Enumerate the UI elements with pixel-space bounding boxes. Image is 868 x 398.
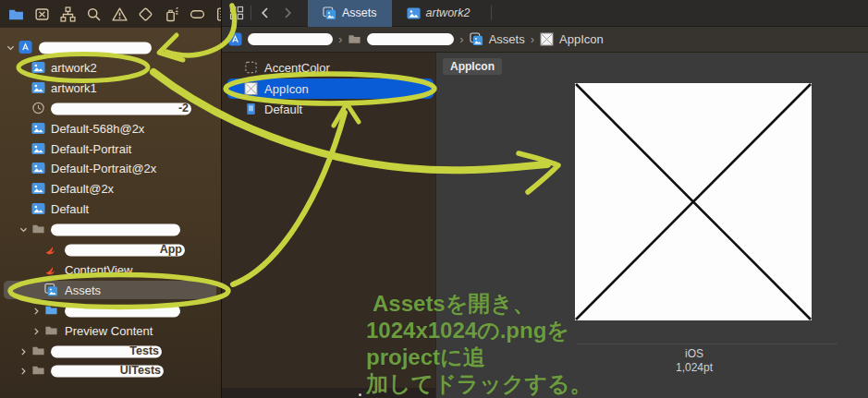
slot-size: 1,024pt [619, 361, 769, 375]
sidebar-item-artwork2[interactable]: artwork2 [0, 57, 221, 78]
tab-assets[interactable]: Assets [308, 0, 392, 27]
sidebar-item-redacted-15[interactable]: Tests [0, 341, 221, 361]
filter-dot-icon [359, 393, 361, 396]
assets-icon [470, 32, 483, 46]
sidebar-item-preview-content[interactable]: Preview Content [0, 320, 221, 341]
folder-icon [44, 324, 58, 338]
forward-button[interactable] [280, 6, 295, 20]
breadcrumb-separator: › [531, 32, 534, 46]
image-icon [31, 162, 45, 175]
caption-line-1: Assetsを開き、 [366, 290, 593, 317]
image-icon [31, 122, 45, 136]
breadcrumb-separator: › [338, 32, 342, 46]
sidebar-item-default-2x[interactable]: Default@2x [0, 178, 221, 199]
test-navigator-diamond-icon[interactable] [138, 6, 153, 22]
default-img-icon [244, 103, 258, 116]
source-control-x-square-icon[interactable] [34, 6, 50, 22]
issue-navigator-warning-icon[interactable] [112, 6, 128, 22]
tab-overview-grid-icon[interactable] [229, 6, 244, 20]
accentcolor-icon [244, 61, 258, 75]
tab-label: Assets [342, 6, 377, 19]
sidebar-item-redacted-3[interactable]: -2 [0, 98, 221, 118]
folder-icon [31, 344, 45, 358]
sidebar-item-default[interactable]: Default [0, 199, 221, 219]
navigator-toolbar [0, 0, 221, 28]
item-label: artwork2 [51, 61, 97, 75]
project-navigator-folder-icon[interactable] [8, 6, 24, 22]
caption-line-3: projectに追 [366, 344, 593, 370]
assets-icon [44, 283, 58, 297]
item-label: Default-Portrait [51, 142, 131, 156]
disclosure-right-icon[interactable] [31, 326, 42, 336]
selected-row-highlight [227, 78, 434, 99]
disclosure-right-icon[interactable] [18, 366, 29, 376]
redacted-label: Tests [51, 344, 162, 357]
item-label: Default-Portrait@2x [51, 162, 156, 175]
find-navigator-search-icon[interactable] [86, 6, 102, 22]
image-icon [31, 202, 45, 216]
folder-icon [348, 32, 361, 46]
asset-item-accentcolor[interactable]: AccentColor [222, 57, 435, 78]
redacted-label [51, 222, 180, 235]
sidebar-item-redacted-9[interactable] [0, 219, 221, 239]
app-project-icon [18, 41, 32, 54]
redacted-label [248, 33, 333, 45]
disclosure-right-icon[interactable] [18, 346, 29, 356]
asset-label: AccentColor [264, 61, 330, 75]
app-project-icon [228, 32, 242, 46]
breadcrumb-item-redacted-0[interactable] [228, 32, 333, 46]
image-icon [31, 61, 45, 75]
item-label: Preview Content [65, 324, 153, 338]
breadcrumb-item-appicon[interactable]: AppIcon [540, 32, 604, 46]
image-icon [31, 142, 45, 156]
breadcrumb-separator: › [459, 32, 463, 46]
placeholder-x-icon [575, 83, 812, 320]
item-label: Default-568h@2x [51, 122, 144, 136]
debug-navigator-spray-icon[interactable] [164, 6, 179, 22]
item-label: Default@2x [51, 182, 114, 196]
folder-icon [31, 364, 45, 378]
swift-icon [44, 263, 58, 277]
item-label: ContentView [65, 263, 132, 277]
sidebar-item-contentview[interactable]: ContentView [0, 259, 221, 280]
annotation-caption: Assetsを開き、1024x1024の.pngをprojectに追加してドラッ… [366, 290, 593, 397]
disclosure-down-icon[interactable] [18, 224, 29, 235]
sidebar-item-default-portrait[interactable]: Default-Portrait [0, 139, 221, 159]
sidebar-item-redacted-16[interactable]: UITests [0, 360, 221, 380]
appicon-empty-slot[interactable] [575, 83, 812, 320]
back-button[interactable] [258, 6, 273, 20]
symbol-navigator-icon[interactable] [60, 6, 76, 22]
crumb-label: Assets [489, 32, 525, 46]
folder-blue-icon [44, 304, 58, 318]
redacted-label [367, 33, 454, 45]
swift-icon [44, 243, 58, 257]
tab-label: artwork2 [426, 6, 471, 19]
disclosure-right-icon[interactable] [31, 306, 42, 316]
appicon-icon [244, 82, 258, 96]
tab-artwork2[interactable]: artwork2 [392, 0, 485, 27]
project-navigator: artwork2artwork1-2Default-568h@2xDefault… [0, 28, 221, 398]
sidebar-item-assets[interactable]: Assets [0, 280, 221, 300]
breadcrumb-item-assets[interactable]: Assets [470, 32, 525, 46]
sidebar-item-default-568h-2x[interactable]: Default-568h@2x [0, 118, 221, 139]
toolbar-separator [251, 6, 251, 20]
redacted-label: App [65, 242, 185, 256]
breakpoint-navigator-capsule-icon[interactable] [189, 6, 205, 22]
sidebar-item-redacted-10[interactable]: App [0, 239, 221, 259]
item-label: Default [51, 202, 89, 216]
disclosure-down-icon[interactable] [6, 42, 16, 53]
tab-bar: Assetsartwork2 [222, 0, 868, 27]
slot-platform: iOS [619, 347, 769, 361]
asset-item-appicon[interactable]: AppIcon [222, 78, 435, 99]
image-icon [407, 6, 421, 20]
sidebar-item-redacted-13[interactable] [0, 300, 221, 320]
crumb-label: AppIcon [559, 32, 604, 46]
breadcrumb-item-redacted-1[interactable] [348, 32, 454, 46]
sidebar-item-default-portrait-2x[interactable]: Default-Portrait@2x [0, 158, 221, 178]
caption-line-2: 1024x1024の.pngを [366, 317, 593, 344]
redacted-label [39, 40, 152, 54]
sidebar-item-redacted-0[interactable] [0, 37, 221, 57]
sidebar-item-artwork1[interactable]: artwork1 [0, 78, 221, 98]
asset-item-default[interactable]: Default [222, 99, 435, 119]
provision-icon [31, 102, 45, 115]
